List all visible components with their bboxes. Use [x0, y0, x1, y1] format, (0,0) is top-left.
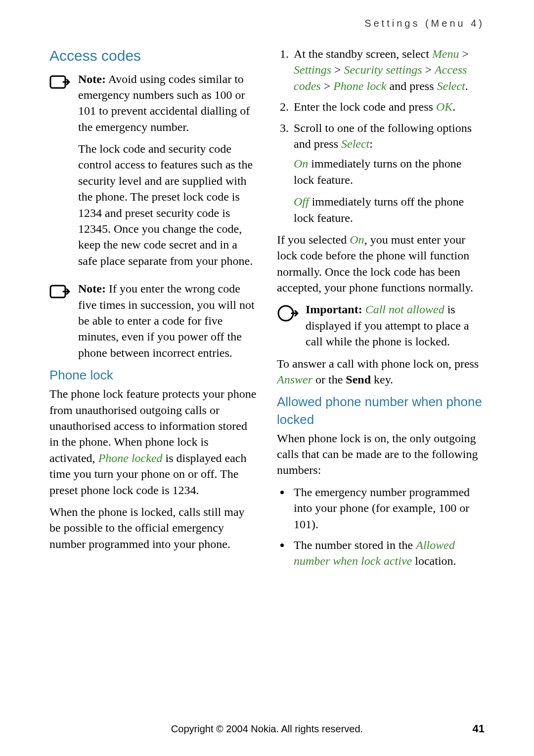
menu-path: Settings: [294, 63, 334, 76]
note-icon: [49, 283, 71, 306]
note-block: Note: If you enter the wrong code five t…: [49, 281, 257, 361]
menu-path: Menu: [432, 47, 462, 60]
important-block: Important: Call not allowed is displayed…: [277, 301, 485, 349]
page-number: 41: [465, 722, 485, 735]
body-paragraph: When phone lock is on, the only outgoing…: [277, 430, 485, 478]
option-description: On immediately turns on the phone lock f…: [294, 156, 485, 188]
option-name: Off: [294, 195, 309, 208]
ui-term: Phone locked: [98, 452, 163, 464]
option-name: On: [350, 233, 364, 246]
menu-path: Phone lock: [333, 80, 386, 92]
option-description: Off immediately turns off the phone lock…: [294, 194, 485, 226]
softkey: OK: [436, 100, 452, 113]
bullet-list: The emergency number programmed into you…: [277, 484, 485, 569]
numbered-steps: At the standby screen, select Menu > Set…: [277, 46, 485, 226]
note-text: Note: If you enter the wrong code five t…: [78, 281, 257, 361]
copyright-text: Copyright © 2004 Nokia. All rights reser…: [69, 723, 465, 735]
menu-path: Security settings: [344, 63, 425, 76]
softkey: Select: [437, 80, 465, 92]
step-item: At the standby screen, select Menu > Set…: [292, 46, 485, 94]
body-paragraph: To answer a call with phone lock on, pre…: [277, 356, 485, 388]
important-text: Important: Call not allowed is displayed…: [306, 301, 485, 349]
option-name: On: [294, 157, 308, 170]
note-text: Note: Avoid using codes similar to emerg…: [78, 71, 257, 275]
page-footer: Copyright © 2004 Nokia. All rights reser…: [49, 722, 485, 735]
list-item: The emergency number programmed into you…: [291, 484, 485, 532]
subsection-heading-allowed-number: Allowed phone number when phone locked: [277, 393, 485, 428]
left-column: Access codes Note: Avoid using codes sim…: [49, 46, 257, 574]
section-heading-access-codes: Access codes: [49, 46, 257, 66]
subsection-heading-phone-lock: Phone lock: [49, 367, 257, 384]
note-label: Note:: [78, 73, 106, 85]
running-header: Settings (Menu 4): [49, 18, 485, 29]
important-icon: [277, 303, 299, 328]
note-label: Note:: [78, 282, 106, 295]
softkey: Answer: [277, 373, 312, 386]
hardkey: Send: [346, 373, 371, 386]
manual-page: Settings (Menu 4) Access codes Note: Avo…: [0, 0, 534, 574]
body-paragraph: If you selected On, you must enter your …: [277, 232, 485, 296]
note-block: Note: Avoid using codes similar to emerg…: [49, 71, 257, 275]
body-paragraph: When the phone is locked, calls still ma…: [49, 504, 257, 552]
right-column: At the standby screen, select Menu > Set…: [277, 46, 485, 574]
step-item: Enter the lock code and press OK.: [292, 99, 485, 115]
body-paragraph: The lock code and security code control …: [78, 141, 257, 269]
two-column-layout: Access codes Note: Avoid using codes sim…: [49, 46, 485, 574]
softkey: Select: [341, 137, 369, 150]
step-item: Scroll to one of the following options a…: [292, 120, 485, 226]
list-item: The number stored in the Allowed number …: [291, 537, 485, 569]
body-paragraph: The phone lock feature protects your pho…: [49, 386, 257, 498]
ui-term: Call not allowed: [362, 303, 445, 316]
important-label: Important:: [306, 303, 362, 316]
note-icon: [49, 73, 71, 97]
